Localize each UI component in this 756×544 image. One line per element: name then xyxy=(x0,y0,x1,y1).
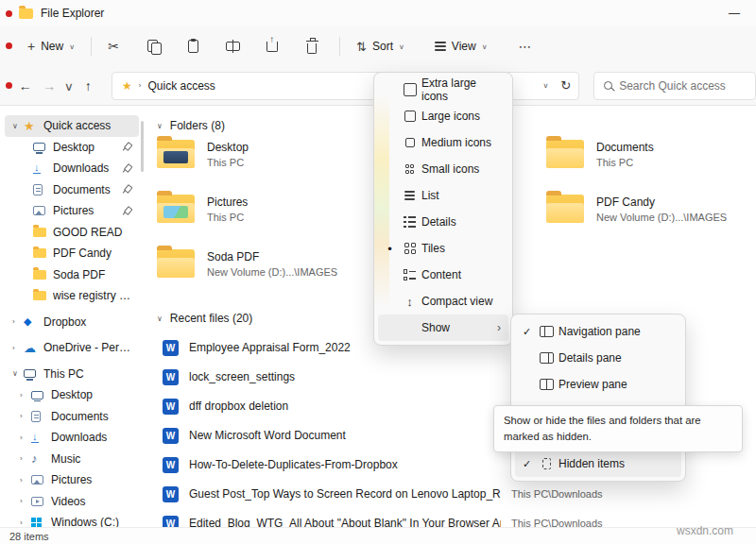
menu-item-compact-view[interactable]: ↕ Compact view xyxy=(378,288,508,314)
menu-item-show[interactable]: Show › xyxy=(378,314,508,341)
search-input[interactable] xyxy=(619,79,737,93)
delete-button[interactable] xyxy=(298,32,326,60)
word-file-icon: W xyxy=(163,340,179,356)
chevron-right-icon[interactable]: › xyxy=(12,317,24,326)
copy-button[interactable] xyxy=(139,32,167,60)
chevron-right-icon[interactable]: › xyxy=(12,344,24,352)
command-toolbar: + New ∨ ✂ ⇅ Sort ∨ View xyxy=(0,26,756,66)
sidebar-item-good-read[interactable]: GOOD READ xyxy=(5,222,139,244)
toolbar-divider xyxy=(339,37,340,56)
folder-tile-documents[interactable]: Documents This PC xyxy=(546,140,756,168)
music-icon: ♪ xyxy=(31,451,51,466)
sidebar-item-wise-registry[interactable]: wise registry clean xyxy=(5,285,139,307)
sidebar-item-documents[interactable]: Documents xyxy=(5,179,139,201)
sidebar-item-pc-videos[interactable]: › Videos xyxy=(5,491,139,513)
new-button[interactable]: + New ∨ xyxy=(19,32,83,60)
video-icon xyxy=(31,497,51,506)
menu-item-medium-icons[interactable]: Medium icons xyxy=(378,129,508,156)
folder-tile-pictures[interactable]: Pictures This PC xyxy=(157,195,384,223)
sidebar-item-onedrive[interactable]: › ☁ OneDrive - Persona... xyxy=(5,337,139,359)
picture-icon xyxy=(31,475,51,484)
sidebar-item-pc-music[interactable]: › ♪ Music xyxy=(5,449,139,470)
window-title: File Explorer xyxy=(41,7,104,20)
sidebar-item-this-pc[interactable]: ∨ This PC xyxy=(5,364,139,385)
sidebar-item-dropbox[interactable]: › ◆ Dropbox xyxy=(5,312,139,333)
folders-section-header[interactable]: ∨ Folders (8) xyxy=(157,119,225,132)
see-more-button[interactable]: ⋯ xyxy=(511,32,540,60)
sidebar-item-quick-access[interactable]: ∨ ★ Quick access xyxy=(5,115,139,137)
chevron-right-icon[interactable]: › xyxy=(20,434,31,442)
check-icon: ✓ xyxy=(519,326,535,338)
rename-button[interactable] xyxy=(218,32,247,60)
share-icon xyxy=(266,42,278,52)
chevron-right-icon[interactable]: › xyxy=(20,497,31,505)
menu-item-small-icons[interactable]: Small icons xyxy=(378,156,508,182)
sidebar-item-pc-documents[interactable]: › Documents xyxy=(5,406,139,428)
recent-files-section-header[interactable]: ∨ Recent files (20) xyxy=(157,312,252,325)
chevron-down-icon[interactable]: ∨ xyxy=(12,369,24,378)
monitor-icon xyxy=(33,143,53,151)
watermark: wsxdn.com xyxy=(677,524,733,537)
folder-tile-desktop[interactable]: Desktop This PC xyxy=(157,140,384,168)
sidebar-item-downloads[interactable]: ↓ Downloads xyxy=(5,158,139,179)
submenu-item-details-pane[interactable]: Details pane xyxy=(515,345,681,371)
sidebar-item-pc-desktop[interactable]: › Desktop xyxy=(5,384,139,406)
recent-files-header-label: Recent files (20) xyxy=(170,312,252,325)
submenu-item-navigation-pane[interactable]: ✓ Navigation pane xyxy=(515,318,681,345)
breadcrumb-chevron-icon: › xyxy=(139,81,142,89)
refresh-icon[interactable]: ↻ xyxy=(560,78,571,93)
sidebar-item-pc-downloads[interactable]: › ↓ Downloads xyxy=(5,427,139,449)
file-explorer-icon xyxy=(19,8,33,19)
chevron-right-icon[interactable]: › xyxy=(20,476,31,484)
quick-access-star-icon: ★ xyxy=(122,79,132,93)
chevron-right-icon[interactable]: › xyxy=(20,454,31,463)
paste-icon xyxy=(188,40,198,53)
folder-icon xyxy=(33,291,53,300)
cut-button[interactable]: ✂ xyxy=(99,32,128,60)
submenu-item-hidden-items[interactable]: ✓ Hidden items xyxy=(515,450,681,477)
word-file-icon: W xyxy=(163,369,179,385)
paste-button[interactable] xyxy=(179,32,207,60)
folder-tile-pdf-candy[interactable]: PDF Candy New Volume (D:)...\IMAGES xyxy=(546,195,756,223)
sort-button[interactable]: ⇅ Sort ∨ xyxy=(348,32,413,60)
chevron-down-icon: ∨ xyxy=(69,42,75,50)
hidden-items-tooltip: Show or hide the files and folders that … xyxy=(493,405,743,452)
forward-button[interactable]: → xyxy=(37,73,60,99)
up-button[interactable]: ↑ xyxy=(77,73,100,99)
submenu-arrow-icon: › xyxy=(497,321,501,334)
menu-item-extra-large-icons[interactable]: Extra large icons xyxy=(378,76,508,103)
sidebar-item-soda-pdf[interactable]: Soda PDF xyxy=(5,264,139,286)
more-icon: ⋯ xyxy=(519,39,532,54)
file-row[interactable]: W Guest Post_Top Ways to Screen Record o… xyxy=(163,483,752,505)
folders-header-label: Folders (8) xyxy=(170,119,225,132)
folder-icon xyxy=(33,228,53,237)
sidebar-item-pc-pictures[interactable]: › Pictures xyxy=(5,469,139,491)
chevron-down-icon[interactable]: ∨ xyxy=(12,122,24,130)
back-button[interactable]: ← xyxy=(13,73,37,99)
plus-icon: + xyxy=(27,39,35,54)
menu-item-large-icons[interactable]: Large icons xyxy=(378,103,508,129)
sidebar-item-desktop[interactable]: Desktop xyxy=(5,137,139,159)
sidebar-item-pictures[interactable]: Pictures xyxy=(5,200,139,222)
folder-icon xyxy=(33,248,53,258)
chevron-right-icon[interactable]: › xyxy=(20,412,31,420)
search-box[interactable] xyxy=(593,72,756,100)
small-icons-icon xyxy=(398,164,421,174)
sidebar-item-windows-c[interactable]: › Windows (C:) xyxy=(5,512,139,527)
folder-tile-soda-pdf[interactable]: Soda PDF New Volume (D:)...\IMAGES xyxy=(157,249,384,278)
minimize-button[interactable]: — xyxy=(722,4,747,23)
view-button[interactable]: View ∨ xyxy=(426,32,496,60)
chevron-right-icon[interactable]: › xyxy=(20,518,31,527)
menu-item-content[interactable]: Content xyxy=(378,262,508,288)
submenu-item-preview-pane[interactable]: Preview pane xyxy=(515,371,681,398)
sidebar-item-pdf-candy[interactable]: PDF Candy xyxy=(5,243,139,264)
title-bar: File Explorer — xyxy=(0,0,756,26)
menu-item-list[interactable]: List xyxy=(378,182,508,209)
menu-item-details[interactable]: Details xyxy=(378,209,508,235)
breadcrumb[interactable]: Quick access xyxy=(148,79,215,93)
share-button[interactable] xyxy=(258,32,286,60)
chevron-right-icon[interactable]: › xyxy=(20,391,31,400)
menu-item-tiles[interactable]: • Tiles xyxy=(378,235,508,262)
address-dropdown-icon[interactable]: ∨ xyxy=(542,81,548,89)
history-dropdown-button[interactable]: ∨ xyxy=(61,74,77,97)
